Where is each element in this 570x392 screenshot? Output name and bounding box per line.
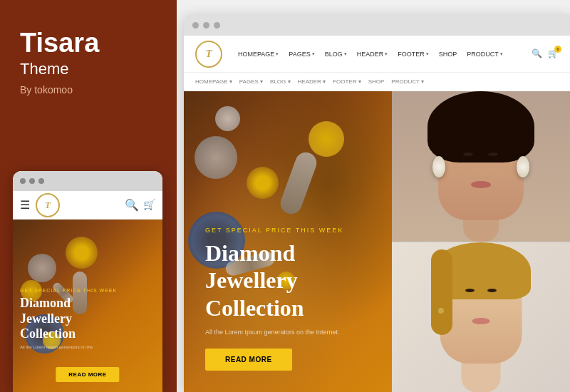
mobile-hero: GET SPECIAL PRICE THIS WEEK Diamond Jewe… — [13, 220, 162, 392]
website-hero: GET SPECIAL PRICE THIS WEEK Diamond Jewe… — [184, 91, 570, 392]
hair-top — [428, 91, 534, 163]
website-navbar: T HOMEPAGE ▾ PAGES ▾ BLOG ▾ HEADER ▾ FOO… — [184, 36, 570, 73]
browser-dot-3 — [214, 22, 220, 29]
hero-title-line1: Diamond Jewellery — [205, 240, 298, 293]
header-chevron: ▾ — [385, 51, 388, 57]
lips-bottom — [472, 318, 490, 324]
right-panel: T HOMEPAGE ▾ PAGES ▾ BLOG ▾ HEADER ▾ FOO… — [177, 0, 570, 392]
hero-j5 — [309, 121, 344, 157]
nav-pages[interactable]: PAGES ▾ — [284, 48, 318, 61]
hero-j1 — [195, 136, 237, 179]
hero-get-special-text: GET SPECIAL PRICE THIS WEEK — [205, 227, 370, 234]
eye-right-bottom — [487, 289, 497, 292]
nav-items: HOMEPAGE ▾ PAGES ▾ BLOG ▾ HEADER ▾ FOOTE… — [234, 48, 526, 61]
mobile-dot-3 — [38, 178, 44, 184]
earring-bottom — [438, 308, 444, 314]
nav-search-icon[interactable]: 🔍 — [532, 48, 542, 59]
left-sidebar: Tisara Theme By tokomoo ☰ T 🔍 🛒 — [0, 0, 177, 392]
footer-chevron: ▾ — [426, 51, 429, 57]
mobile-mockup: ☰ T 🔍 🛒 GET SPECIAL PRICE THIS WEEK — [13, 171, 162, 392]
mobile-dot-1 — [20, 178, 26, 184]
mobile-cart-icon: 🛒 — [143, 199, 155, 211]
hero-lorem-text: All the Lorem Ipsum generators on the In… — [205, 329, 370, 336]
product-chevron: ▾ — [500, 51, 503, 57]
earring-right-top — [517, 156, 529, 177]
hair-side-left — [431, 249, 452, 335]
sec-nav-item-3: BLOG ▾ — [270, 78, 290, 85]
browser-window: T HOMEPAGE ▾ PAGES ▾ BLOG ▾ HEADER ▾ FOO… — [184, 14, 570, 392]
sec-nav-item-6: SHOP — [368, 78, 385, 85]
hero-j4 — [278, 150, 320, 217]
nav-homepage[interactable]: HOMEPAGE ▾ — [234, 48, 283, 61]
eye-left-top — [463, 153, 473, 156]
homepage-chevron: ▾ — [276, 51, 279, 57]
website-logo: T — [195, 41, 222, 68]
jewelry-item-6 — [66, 237, 98, 269]
nav-header[interactable]: HEADER ▾ — [353, 48, 393, 61]
secondary-nav-items: HOMEPAGE ▾ PAGES ▾ BLOG ▾ HEADER ▾ FOOTE… — [195, 78, 424, 85]
sec-nav-item-5: FOOTER ▾ — [333, 78, 361, 85]
sec-nav-item-2: PAGES ▾ — [239, 78, 263, 85]
nav-blog[interactable]: BLOG ▾ — [321, 48, 351, 61]
mobile-navbar: ☰ T 🔍 🛒 — [13, 191, 162, 220]
hero-right-portraits — [392, 91, 570, 392]
mobile-search-icon: 🔍 — [125, 198, 139, 212]
nav-shop[interactable]: SHOP — [435, 48, 462, 61]
mobile-hero-title: Diamond Jewellery Collection — [20, 296, 155, 342]
mobile-titlebar — [13, 171, 162, 191]
nav-footer[interactable]: FOOTER ▾ — [393, 48, 433, 61]
blog-chevron: ▾ — [344, 51, 347, 57]
brand-subtitle: Theme — [20, 60, 157, 78]
sec-nav-item-7: PRODUCT ▾ — [391, 78, 424, 85]
hero-title: Diamond Jewellery Collection — [205, 239, 370, 321]
mobile-dot-2 — [29, 178, 35, 184]
lips-top — [471, 181, 491, 188]
eye-right-top — [488, 153, 498, 156]
jewelry-item-1 — [28, 254, 56, 282]
hero-j6 — [215, 106, 240, 131]
mobile-hero-text: GET SPECIAL PRICE THIS WEEK Diamond Jewe… — [20, 288, 155, 349]
earring-left-top — [432, 156, 445, 177]
eye-left-bottom — [465, 289, 475, 292]
mobile-nav-icons: 🔍 🛒 — [125, 198, 155, 212]
pages-chevron: ▾ — [312, 51, 315, 57]
browser-dot-2 — [203, 22, 209, 29]
nav-cart-icon[interactable]: 🛒0 — [548, 48, 559, 59]
nav-product[interactable]: PRODUCT ▾ — [462, 48, 507, 61]
hero-title-line2: Collection — [205, 295, 304, 321]
hero-read-more-button[interactable]: READ More — [205, 349, 292, 371]
hero-j3 — [247, 167, 279, 199]
hamburger-icon: ☰ — [20, 198, 30, 212]
mobile-lorem-text: All the Lorem Ipsum generators on the — [20, 345, 155, 349]
portrait-bottom — [392, 242, 570, 393]
mobile-logo: T — [36, 193, 60, 217]
brand-title: Tisara — [20, 29, 157, 58]
nav-icons: 🔍 🛒0 — [532, 48, 559, 59]
brand-by-text: By tokomoo — [20, 84, 157, 96]
sec-nav-item-4: HEADER ▾ — [298, 78, 326, 85]
mobile-get-special: GET SPECIAL PRICE THIS WEEK — [20, 288, 155, 293]
hero-left: GET SPECIAL PRICE THIS WEEK Diamond Jewe… — [184, 91, 392, 392]
browser-dot-1 — [192, 22, 199, 29]
mobile-read-more-button[interactable]: READ MORE — [56, 367, 119, 382]
portrait-top — [392, 91, 570, 242]
browser-chrome — [184, 14, 570, 36]
sec-nav-item-1: HOMEPAGE ▾ — [195, 78, 232, 85]
website-nav-secondary: HOMEPAGE ▾ PAGES ▾ BLOG ▾ HEADER ▾ FOOTE… — [184, 73, 570, 91]
